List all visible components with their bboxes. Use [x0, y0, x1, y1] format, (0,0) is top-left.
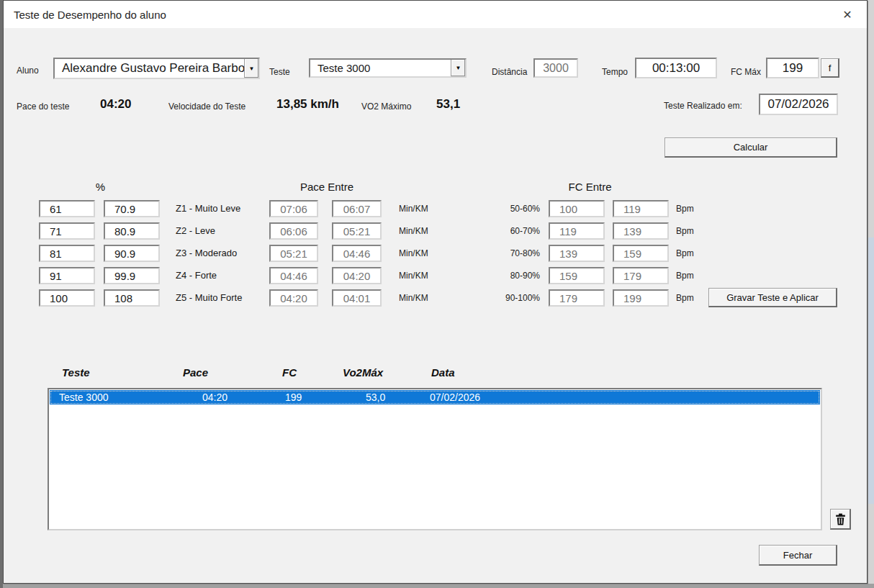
formula-button[interactable]: f — [821, 58, 839, 78]
pace-to-input[interactable]: 05:21 — [332, 222, 382, 240]
history-cell-teste: Teste 3000 — [59, 392, 109, 403]
window-title: Teste de Desempenho do aluno — [14, 9, 166, 21]
fc-unit-label: Bpm — [676, 271, 694, 281]
zone-label: Z2 - Leve — [176, 225, 215, 236]
close-icon[interactable]: ✕ — [839, 7, 855, 23]
teste-combobox-value: Teste 3000 — [310, 62, 451, 74]
zone-row: 81 90.9 Z3 - Moderado 05:21 04:46 Min/KM… — [4, 245, 867, 262]
pace-entre-header: Pace Entre — [269, 181, 384, 193]
vo2-value: 53,1 — [436, 97, 460, 112]
delete-test-button[interactable] — [830, 509, 851, 530]
pace-from-input[interactable]: 05:21 — [269, 245, 318, 262]
history-header-pace: Pace — [183, 366, 208, 379]
fcmax-label: FC Máx — [731, 67, 761, 77]
fc-unit-label: Bpm — [676, 226, 694, 236]
pace-from-input[interactable]: 04:46 — [269, 267, 318, 284]
history-listbox[interactable]: Teste 3000 04:20 199 53,0 07/02/2026 — [48, 388, 822, 530]
fechar-button[interactable]: Fechar — [759, 545, 837, 566]
background-window-bottom-edge — [0, 584, 874, 588]
fc-from-input[interactable]: 119 — [549, 222, 605, 240]
titlebar: Teste de Desempenho do aluno ✕ — [4, 1, 867, 28]
teste-combobox[interactable]: Teste 3000 ▼ — [309, 58, 467, 78]
zone-label: Z3 - Moderado — [176, 248, 237, 258]
tempo-label: Tempo — [602, 67, 628, 77]
fc-from-input[interactable]: 100 — [549, 200, 605, 217]
distancia-label: Distância — [492, 67, 527, 77]
pace-unit-label: Min/KM — [399, 226, 428, 236]
history-cell-fc: 199 — [285, 392, 302, 403]
pct-from-input[interactable]: 71 — [39, 222, 95, 240]
fc-range-label: 50-60% — [485, 204, 540, 214]
history-cell-data: 07/02/2026 — [430, 392, 480, 403]
aluno-label: Aluno — [17, 65, 39, 76]
pct-from-input[interactable]: 81 — [39, 245, 95, 262]
pace-do-teste-label: Pace do teste — [17, 101, 69, 112]
chevron-down-icon[interactable]: ▼ — [451, 60, 465, 76]
gravar-teste-button[interactable]: Gravar Teste e Aplicar — [708, 288, 837, 307]
pct-from-input[interactable]: 100 — [39, 289, 95, 307]
pace-from-input[interactable]: 07:06 — [269, 200, 318, 217]
history-header-fc: FC — [282, 366, 297, 379]
pace-from-input[interactable]: 04:20 — [269, 289, 318, 307]
pct-from-input[interactable]: 61 — [39, 200, 95, 217]
percent-header: % — [38, 181, 163, 193]
velocidade-value: 13,85 km/h — [276, 97, 339, 112]
fc-from-input[interactable]: 139 — [549, 245, 605, 262]
pace-to-input[interactable]: 06:07 — [332, 200, 382, 217]
aluno-combobox[interactable]: Alexandre Gustavo Pereira Barbosa ▼ — [53, 58, 260, 79]
zone-label: Z1 - Muito Leve — [176, 203, 240, 214]
fc-to-input[interactable]: 159 — [613, 245, 669, 262]
fc-entre-header: FC Entre — [528, 181, 652, 193]
zone-label: Z4 - Forte — [176, 270, 217, 281]
pct-to-input[interactable]: 108 — [104, 289, 160, 307]
fc-from-input[interactable]: 159 — [549, 267, 605, 284]
history-header-teste: Teste — [62, 366, 90, 379]
pct-from-input[interactable]: 91 — [39, 267, 95, 284]
pct-to-input[interactable]: 70.9 — [104, 200, 160, 217]
pace-do-teste-value: 04:20 — [100, 97, 131, 112]
background-sheet-sliver — [868, 238, 874, 504]
distancia-input[interactable]: 3000 — [533, 58, 578, 78]
pace-to-input[interactable]: 04:20 — [332, 267, 382, 284]
fc-range-label: 70-80% — [485, 248, 540, 258]
pace-from-input[interactable]: 06:06 — [269, 222, 318, 240]
pct-to-input[interactable]: 99.9 — [104, 267, 160, 284]
pct-to-input[interactable]: 90.9 — [104, 245, 160, 262]
teste-label: Teste — [269, 67, 290, 77]
fc-from-input[interactable]: 179 — [549, 289, 605, 307]
fc-to-input[interactable]: 119 — [613, 200, 669, 217]
tempo-input[interactable]: 00:13:00 — [635, 58, 717, 78]
aluno-combobox-value: Alexandre Gustavo Pereira Barbosa — [55, 61, 244, 76]
pace-unit-label: Min/KM — [399, 271, 428, 281]
zone-row: 91 99.9 Z4 - Forte 04:46 04:20 Min/KM 80… — [4, 267, 867, 284]
teste-realizado-label: Teste Realizado em: — [664, 101, 742, 111]
history-cell-pace: 04:20 — [202, 392, 227, 403]
chevron-down-icon[interactable]: ▼ — [244, 59, 258, 78]
fc-range-label: 60-70% — [485, 226, 540, 236]
history-cell-vo2: 53,0 — [366, 392, 385, 403]
history-header-data: Data — [431, 366, 455, 379]
fc-range-label: 90-100% — [485, 293, 540, 303]
fc-to-input[interactable]: 179 — [613, 267, 669, 284]
trash-icon — [834, 512, 847, 526]
calcular-button[interactable]: Calcular — [664, 137, 837, 158]
fc-to-input[interactable]: 139 — [613, 222, 669, 240]
fc-unit-label: Bpm — [676, 293, 694, 303]
pace-to-input[interactable]: 04:46 — [332, 245, 382, 262]
performance-test-dialog: Teste de Desempenho do aluno ✕ Aluno Ale… — [3, 0, 868, 584]
pct-to-input[interactable]: 80.9 — [104, 222, 160, 240]
fcmax-input[interactable]: 199 — [766, 58, 819, 78]
pace-unit-label: Min/KM — [399, 204, 428, 214]
history-header-vo2: Vo2Máx — [343, 366, 383, 379]
history-selected-row[interactable]: Teste 3000 04:20 199 53,0 07/02/2026 — [50, 390, 820, 404]
vo2-label: VO2 Máximo — [361, 101, 411, 112]
velocidade-label: Velocidade do Teste — [168, 101, 245, 112]
fc-range-label: 80-90% — [485, 271, 540, 281]
pace-unit-label: Min/KM — [399, 293, 428, 303]
zone-label: Z5 - Muito Forte — [176, 292, 242, 303]
fc-to-input[interactable]: 199 — [613, 289, 669, 307]
teste-realizado-date-input[interactable]: 07/02/2026 — [759, 94, 838, 115]
zone-row: 71 80.9 Z2 - Leve 06:06 05:21 Min/KM 60-… — [4, 222, 867, 240]
pace-to-input[interactable]: 04:01 — [332, 289, 382, 307]
zone-row: 61 70.9 Z1 - Muito Leve 07:06 06:07 Min/… — [4, 200, 867, 217]
